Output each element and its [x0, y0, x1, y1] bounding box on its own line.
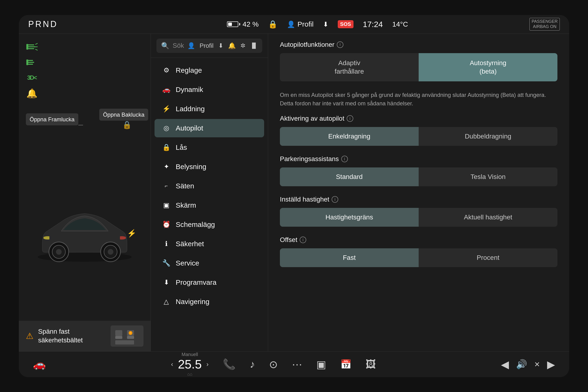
navigering-icon: △ — [162, 298, 171, 306]
search-input-wrap[interactable]: 🔍 Sök 👤 Profil ⬇ 🔔 ✲ ▐▌ — [156, 38, 262, 53]
parkeringsassistans-title: Parkeringsassistans i — [280, 155, 558, 163]
enkeldragning-btn[interactable]: Enkeldragning — [280, 127, 419, 146]
middle-panel: 🔍 Sök 👤 Profil ⬇ 🔔 ✲ ▐▌ — [150, 34, 268, 351]
menu-item-saten[interactable]: ⌐ Säten — [154, 177, 264, 195]
dubbeldragning-btn[interactable]: Dubbeldragning — [419, 127, 558, 146]
status-bar: PRND 42 % 🔒 👤 Profil ⬇ — [19, 15, 569, 34]
laddning-label: Laddning — [176, 105, 204, 113]
sos-badge: SOS — [338, 20, 353, 28]
seat-diagram: ! — [110, 326, 144, 346]
edge-indicator: 3D< — [26, 72, 38, 84]
battery-percent: 42 % — [242, 20, 258, 28]
main-content: 3D< 🔔 Öppna Framlucka Öppna Baklucka — [19, 34, 569, 351]
adaptiv-farthallare-btn[interactable]: Adaptiv farthållare — [280, 53, 419, 82]
media-next-icon[interactable]: ▶ — [547, 358, 555, 370]
sakerhet-icon: ℹ — [162, 240, 171, 248]
autopilot-label: Autopilot — [176, 124, 203, 132]
speed-increase-btn[interactable]: › — [206, 360, 208, 368]
autostyrning-btn[interactable]: Autostyrning (beta) — [419, 53, 558, 82]
right-panel: Autopilotfunktioner i Adaptiv farthållar… — [268, 34, 569, 351]
schemalägg-label: Schemalägg — [176, 220, 215, 228]
svg-text:!: ! — [130, 332, 131, 334]
autopilot-info-icon[interactable]: i — [337, 42, 344, 48]
climate-icon: ⌂⌂ — [187, 372, 192, 377]
download-icon-search: ⬇ — [218, 42, 224, 50]
volume-icon[interactable]: 🔊 — [516, 359, 527, 370]
menu-item-service[interactable]: 🔧 Service — [154, 254, 264, 272]
menu-item-laddning[interactable]: ⚡ Laddning — [154, 100, 264, 118]
las-icon: 🔒 — [162, 144, 171, 151]
gallery-icon[interactable]: 🖼 — [366, 358, 376, 370]
frunk-label[interactable]: Öppna Framlucka — [26, 113, 78, 125]
parking-lights-indicator — [26, 56, 38, 68]
reglage-label: Reglage — [176, 66, 202, 74]
offset-info-icon[interactable]: i — [300, 236, 306, 243]
profil-label-center: Profil — [298, 20, 314, 28]
lock-icon-status: 🔒 — [268, 20, 278, 29]
autopilot-description: Om en miss Autopilot sker 5 gånger på gr… — [280, 91, 558, 108]
parkeringsassistans-info-icon[interactable]: i — [341, 156, 348, 162]
svg-rect-19 — [115, 336, 122, 339]
car-bottom-icon[interactable]: 🚗 — [33, 358, 46, 370]
bluetooth-icon-search: ✲ — [240, 42, 246, 50]
signal-icon-search: ▐▌ — [250, 42, 258, 49]
service-label: Service — [176, 259, 199, 267]
menu-item-skarm[interactable]: ▣ Skärm — [154, 196, 264, 214]
fast-btn[interactable]: Fast — [280, 248, 419, 267]
more-icon[interactable]: ⋯ — [292, 358, 302, 370]
menu-item-reglage[interactable]: ⚙ Reglage — [154, 61, 264, 80]
svg-point-17 — [108, 249, 113, 255]
svg-rect-10 — [26, 60, 28, 65]
left-panel: 3D< 🔔 Öppna Framlucka Öppna Baklucka — [19, 34, 150, 351]
camera-icon[interactable]: ⊙ — [269, 358, 278, 370]
car-view: Öppna Framlucka Öppna Baklucka 🔒 ⚡ — [19, 106, 150, 351]
installdhastighet-info-icon[interactable]: i — [332, 196, 338, 203]
speed-control: Manuell ‹ 25.5 › ⌂⌂ — [171, 352, 208, 377]
seatbelt-warning: ⚠ Spänn fast säkerhetsbältet — [19, 321, 150, 351]
battery-icon — [227, 22, 240, 27]
bottom-center: Manuell ‹ 25.5 › ⌂⌂ 📞 ♪ ⊙ ⋯ ▣ 📅 🖼 — [171, 352, 376, 377]
svg-line-5 — [35, 49, 38, 50]
trunk-label[interactable]: Öppna Baklucka — [99, 109, 148, 121]
menu-item-belysning[interactable]: ✦ Belysning — [154, 158, 264, 176]
aktivering-info-icon[interactable]: i — [347, 115, 353, 122]
menu-item-dynamik[interactable]: 🚗 Dynamik — [154, 80, 264, 99]
menu-item-autopilot[interactable]: ◎ Autopilot — [154, 119, 264, 137]
menu-items: ⚙ Reglage 🚗 Dynamik ⚡ Laddning ◎ Autopil… — [151, 58, 268, 351]
search-right: 👤 Profil ⬇ 🔔 ✲ ▐▌ — [188, 42, 258, 50]
profil-status[interactable]: 👤 Profil — [287, 20, 314, 28]
hastighetsgrans-btn[interactable]: Hastighetsgräns — [280, 208, 419, 227]
bezel: PRND 42 % 🔒 👤 Profil ⬇ — [0, 0, 588, 392]
schemalägg-icon: ⏰ — [162, 220, 171, 228]
mute-icon[interactable]: ✕ — [534, 360, 540, 368]
aktivering-section: Aktivering av autopilot i Enkeldragning … — [280, 115, 558, 146]
menu-item-navigering[interactable]: △ Navigering — [154, 292, 264, 311]
menu-item-schemalägg[interactable]: ⏰ Schemalägg — [154, 216, 264, 234]
tesla-vision-btn[interactable]: Tesla Vision — [419, 168, 558, 186]
svg-rect-21 — [127, 336, 134, 339]
menu-item-sakerhet[interactable]: ℹ Säkerhet — [154, 235, 264, 253]
saten-label: Säten — [176, 182, 194, 190]
media-prev-icon[interactable]: ◀ — [501, 358, 509, 370]
autopilot-button-group: Adaptiv farthållare Autostyrning (beta) — [280, 53, 558, 82]
temperature-display: 14°C — [392, 20, 408, 28]
procent-btn[interactable]: Procent — [419, 248, 558, 267]
standard-btn[interactable]: Standard — [280, 168, 419, 186]
passenger-airbag: PASSENGER AIRBAG ON — [530, 18, 560, 30]
navigering-label: Navigering — [176, 298, 209, 306]
calendar-icon[interactable]: 📅 — [340, 359, 352, 370]
laddning-icon: ⚡ — [162, 105, 171, 113]
menu-item-las[interactable]: 🔒 Lås — [154, 138, 264, 156]
app-icon[interactable]: ▣ — [316, 358, 326, 370]
aktuell-hastighet-btn[interactable]: Aktuell hastighet — [419, 208, 558, 227]
menu-item-programvara[interactable]: ⬇ Programvara — [154, 273, 264, 292]
speed-decrease-btn[interactable]: ‹ — [171, 360, 173, 368]
autopilot-section-title: Autopilotfunktioner i — [280, 41, 558, 48]
music-icon[interactable]: ♪ — [250, 358, 255, 370]
programvara-label: Programvara — [176, 278, 216, 286]
reglage-icon: ⚙ — [162, 66, 171, 74]
time-display: 17:24 — [363, 20, 383, 29]
search-placeholder: Sök — [173, 42, 184, 50]
phone-icon[interactable]: 📞 — [223, 358, 236, 370]
warning-icon: ⚠ — [26, 331, 34, 341]
